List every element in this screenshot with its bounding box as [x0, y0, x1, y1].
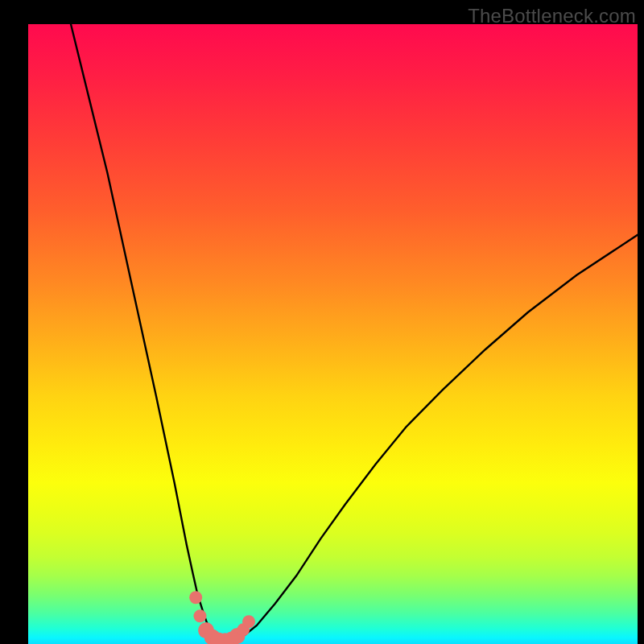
curve-svg [28, 24, 638, 644]
highlight-point [193, 609, 206, 622]
highlight-point [242, 615, 255, 628]
plot-area [28, 24, 638, 644]
bottleneck-curve [71, 24, 638, 641]
chart-frame: TheBottleneck.com [0, 0, 644, 644]
watermark-text: TheBottleneck.com [468, 5, 636, 27]
highlight-point [189, 591, 202, 604]
highlight-markers [189, 591, 255, 644]
